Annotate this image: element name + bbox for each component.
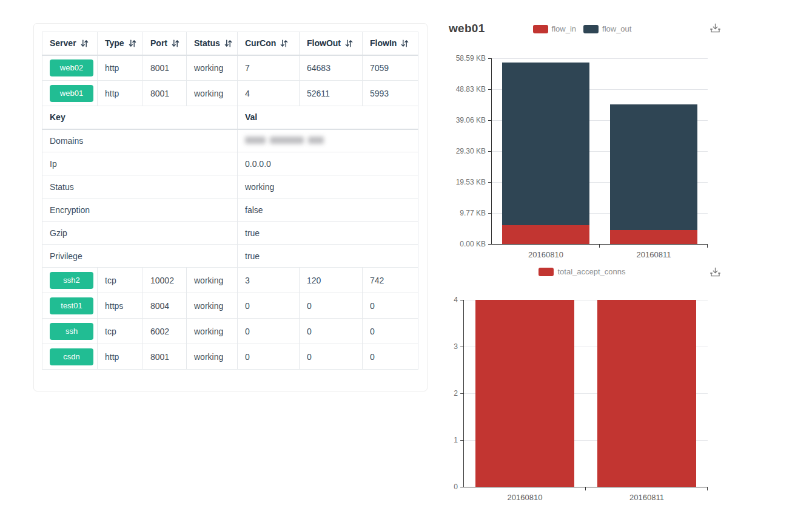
bar-total_accept_conns-20160811[interactable] [597,300,696,487]
col-header-status[interactable]: Status [187,32,238,55]
detail-key-header: Key [42,106,238,129]
bar-flow_in-20160810[interactable] [502,225,589,244]
cell-status: working [187,319,238,344]
y-tick-label: 2 [409,389,458,398]
sort-icon[interactable] [401,39,409,47]
cell-type: http [98,344,143,370]
sort-icon[interactable] [172,39,180,47]
cell-status: working [187,55,238,81]
cell-curcon: 0 [238,293,300,319]
col-header-label: FlowIn [370,38,397,48]
cell-flowout: 52611 [300,81,363,106]
y-tick [488,89,492,90]
cell-curcon: 7 [238,55,300,81]
bar-flow_in-20160811[interactable] [610,230,697,244]
y-tick-label: 1 [409,436,458,445]
sort-icon[interactable] [129,39,136,47]
cell-type: http [98,81,143,106]
server-table-card: Server Type Port Status CurCon FlowOut F… [33,23,428,392]
cell-status: working [187,81,238,106]
bar-flow_out-20160811[interactable] [610,104,697,230]
download-icon[interactable] [710,23,722,35]
conns-chart-legend: total_accept_conns [443,267,722,276]
legend-item-total_accept_conns[interactable]: total_accept_conns [539,267,625,276]
detail-header-row: Key Val [42,106,418,129]
y-tick-label: 9.77 KB [437,209,486,218]
table-row-web02: web02 http 8001 working 7 64683 7059 [42,55,418,81]
redacted-domains-value [245,137,324,144]
col-header-flowin[interactable]: FlowIn [363,32,418,55]
server-badge[interactable]: ssh [50,323,93,340]
download-icon[interactable] [710,267,722,279]
server-badge[interactable]: csdn [50,348,93,365]
detail-key: Privilege [42,245,238,268]
col-header-port[interactable]: Port [143,32,187,55]
detail-val-header: Val [238,106,418,129]
legend-label: flow_in [552,24,576,33]
server-badge[interactable]: web02 [50,59,93,76]
col-header-flowout[interactable]: FlowOut [300,32,363,55]
y-tick [460,393,464,394]
y-tick [460,487,464,487]
flow-chart: web01 flow_inflow_out 0.00 KB9.77 KB19.5… [443,18,722,261]
table-row-ssh: ssh tcp 6002 working 0 0 0 [42,319,418,344]
server-badge[interactable]: ssh2 [50,272,93,289]
sort-icon[interactable] [224,39,232,47]
col-header-type[interactable]: Type [98,32,143,55]
conns-chart-plot: 012342016081020160811 [463,300,708,487]
sort-icon[interactable] [345,39,353,47]
y-tick [460,300,464,300]
y-tick-label: 58.59 KB [437,54,486,63]
server-badge[interactable]: web01 [50,85,93,102]
cell-flowout: 64683 [300,55,363,81]
y-tick [488,182,492,183]
y-tick-label: 19.53 KB [437,178,486,187]
server-badge[interactable]: test01 [50,297,93,314]
col-header-label: Server [50,38,76,48]
cell-port: 8001 [143,55,187,81]
server-table: Server Type Port Status CurCon FlowOut F… [42,32,418,370]
x-tick [707,487,708,490]
cell-type: tcp [98,319,143,344]
y-tick-label: 0.00 KB [437,240,486,249]
table-row-csdn: csdn http 8001 working 0 0 0 [42,344,418,370]
cell-flowout: 0 [300,319,363,344]
table-row-web01: web01 http 8001 working 4 52611 5993 [42,81,418,106]
cell-flowin: 742 [363,268,418,293]
y-tick-label: 4 [409,296,458,305]
bar-flow_out-20160810[interactable] [502,63,589,225]
cell-port: 8001 [143,81,187,106]
detail-row-privilege: Privilege true [42,245,418,268]
cell-type: tcp [98,268,143,293]
detail-key: Encryption [42,198,238,222]
bar-total_accept_conns-20160810[interactable] [475,300,574,487]
table-row-ssh2: ssh2 tcp 10002 working 3 120 742 [42,268,418,293]
y-tick [460,440,464,441]
legend-item-flow_out[interactable]: flow_out [583,24,631,33]
cell-flowout: 0 [300,344,363,370]
detail-row-gzip: Gzip true [42,222,418,245]
cell-curcon: 0 [238,319,300,344]
legend-item-flow_in[interactable]: flow_in [533,24,576,33]
cell-port: 8004 [143,293,187,319]
legend-label: total_accept_conns [557,267,625,276]
sort-icon[interactable] [81,39,89,47]
detail-key: Status [42,175,238,198]
flow-chart-plot: 0.00 KB9.77 KB19.53 KB29.30 KB39.06 KB48… [491,58,708,245]
cell-port: 10002 [143,268,187,293]
y-tick [460,347,464,347]
sort-icon[interactable] [280,39,288,47]
cell-curcon: 4 [238,81,300,106]
col-header-curcon[interactable]: CurCon [238,32,300,55]
cell-type: http [98,55,143,81]
y-tick-label: 3 [409,342,458,351]
col-header-label: FlowOut [307,38,341,48]
x-tick-label: 20160811 [600,249,708,261]
col-header-server[interactable]: Server [42,32,98,55]
detail-val [238,129,418,152]
detail-val: working [238,175,418,198]
x-tick-label: 20160810 [492,249,600,261]
legend-swatch [583,25,599,33]
cell-status: working [187,344,238,370]
col-header-label: Status [194,38,220,48]
